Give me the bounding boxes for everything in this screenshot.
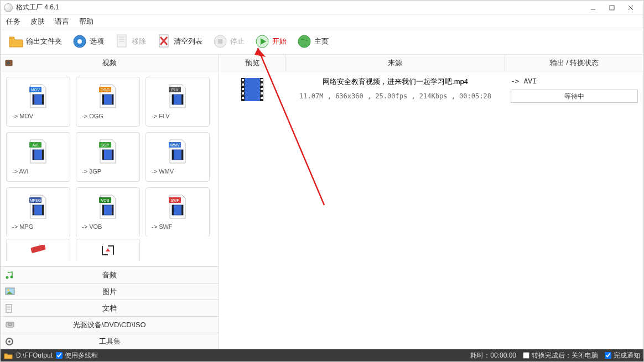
format-card-flv[interactable]: FLV-> FLV [146, 77, 210, 127]
format-label: -> AVI [7, 168, 28, 175]
notify-label: 完成通知 [614, 351, 640, 360]
gear-icon [72, 34, 87, 49]
svg-rect-71 [6, 305, 12, 312]
column-preview[interactable]: 预览 [219, 55, 285, 71]
output-path[interactable]: D:\FFOutput [16, 351, 53, 359]
format-card-partial-2[interactable] [76, 239, 140, 261]
menu-help[interactable]: 帮助 [79, 17, 94, 27]
format-card-wmv[interactable]: WMV-> WMV [146, 132, 210, 182]
format-label: -> SWF [146, 223, 173, 230]
format-card-vob[interactable]: VOB-> VOB [76, 187, 140, 237]
start-button[interactable]: 开始 [251, 32, 290, 51]
task-filename: 网络安全教育视频，进来我们一起学习吧.mp4 [323, 77, 468, 87]
format-label: -> OGG [76, 113, 103, 119]
format-card-partial-1[interactable] [6, 239, 70, 261]
category-rom-label: 光驱设备\DVD\CD\ISO [73, 320, 146, 330]
svg-rect-24 [42, 95, 44, 104]
format-card-3gp[interactable]: 3GP-> 3GP [76, 132, 140, 182]
svg-marker-66 [106, 248, 110, 251]
formats-grid: MOV-> MOVOGG-> OGGFLV-> FLVAVI-> AVI3GP-… [4, 75, 215, 237]
svg-rect-63 [172, 205, 174, 215]
clear-label: 清空列表 [174, 36, 202, 46]
stop-button[interactable]: 停止 [209, 32, 248, 51]
minimize-button[interactable] [584, 2, 603, 14]
svg-rect-58 [102, 205, 104, 215]
svg-text:SWF: SWF [170, 198, 179, 202]
task-fileinfo: 11.07M , 636x360 , 25.00fps , 214Kbps , … [299, 92, 491, 100]
format-card-mpeg[interactable]: MPEG-> MPG [6, 187, 70, 237]
svg-text:VOB: VOB [101, 198, 110, 202]
multithread-checkbox[interactable]: 使用多线程 [56, 351, 98, 360]
window-title: 格式工厂 4.6.1 [16, 3, 584, 12]
stop-icon [212, 34, 228, 49]
clear-list-button[interactable]: 清空列表 [153, 32, 206, 51]
svg-text:MPEG: MPEG [30, 198, 41, 202]
category-audio-label: 音频 [102, 270, 117, 280]
home-button[interactable]: 主页 [293, 32, 332, 51]
toolbar: 输出文件夹 选项 移除 清空列表 停止 [1, 28, 643, 55]
maximize-button[interactable] [603, 2, 621, 14]
svg-rect-33 [172, 95, 174, 104]
format-file-icon: SWF [164, 192, 191, 221]
play-icon [255, 34, 270, 49]
category-picture-tab[interactable]: 图片 [1, 283, 219, 300]
category-toolset-label: 工具集 [99, 337, 121, 347]
format-card-mov[interactable]: MOV-> MOV [6, 77, 70, 127]
remove-button[interactable]: 移除 [111, 32, 149, 51]
output-folder-label: 输出文件夹 [26, 36, 62, 46]
column-source[interactable]: 来源 [285, 55, 505, 71]
svg-rect-54 [42, 205, 44, 215]
shutdown-label: 转换完成后：关闭电脑 [532, 351, 598, 360]
window-controls [584, 2, 640, 14]
shutdown-after-checkbox[interactable]: 转换完成后：关闭电脑 [523, 351, 598, 360]
multithread-label: 使用多线程 [65, 351, 98, 360]
svg-point-78 [8, 340, 11, 343]
category-toolset-tab[interactable]: 工具集 [1, 333, 219, 349]
multithread-input[interactable] [56, 352, 63, 359]
svg-rect-64 [181, 205, 183, 215]
svg-rect-49 [181, 150, 183, 160]
image-icon [5, 287, 15, 296]
folder-icon[interactable] [4, 351, 13, 359]
disc-drive-icon [5, 321, 15, 329]
format-file-icon: FLV [164, 82, 191, 111]
elapsed-time: 耗时：00:00:00 [470, 351, 516, 360]
task-row[interactable]: 网络安全教育视频，进来我们一起学习吧.mp4 11.07M , 636x360 … [219, 71, 643, 106]
svg-rect-23 [33, 95, 34, 104]
close-button[interactable] [621, 2, 640, 14]
menubar: 任务 皮肤 语言 帮助 [1, 15, 643, 28]
shutdown-input[interactable] [523, 352, 529, 359]
svg-point-17 [298, 35, 310, 48]
svg-point-19 [7, 61, 10, 65]
clear-icon [156, 34, 172, 49]
category-audio-tab[interactable]: 音频 [1, 266, 219, 283]
format-file-icon: WMV [164, 137, 191, 166]
svg-rect-6 [117, 35, 126, 47]
notify-checkbox[interactable]: 完成通知 [605, 351, 640, 360]
options-button[interactable]: 选项 [69, 32, 107, 51]
notify-input[interactable] [605, 352, 611, 359]
format-file-icon: 3GP [95, 137, 121, 166]
menu-language[interactable]: 语言 [55, 17, 69, 27]
main-area: 视频 MOV-> MOVOGG-> OGGFLV-> FLVAVI-> AVI3… [1, 55, 643, 349]
menu-skin[interactable]: 皮肤 [30, 17, 45, 27]
svg-rect-81 [242, 79, 244, 81]
task-status: 等待中 [511, 90, 638, 103]
svg-text:3GP: 3GP [101, 143, 109, 147]
category-document-tab[interactable]: 文档 [1, 300, 219, 316]
menu-task[interactable]: 任务 [6, 17, 20, 27]
svg-rect-1 [610, 6, 614, 10]
music-note-icon [5, 271, 15, 280]
svg-rect-14 [218, 39, 222, 44]
column-output[interactable]: 输出 / 转换状态 [505, 55, 643, 71]
format-file-icon: OGG [95, 82, 121, 111]
format-card-avi[interactable]: AVI-> AVI [6, 132, 70, 182]
stop-label: 停止 [230, 36, 245, 46]
format-card-ogg[interactable]: OGG-> OGG [76, 77, 140, 127]
category-video-label: 视频 [102, 58, 117, 68]
svg-rect-44 [112, 150, 113, 160]
format-card-swf[interactable]: SWF-> SWF [146, 187, 210, 237]
category-rom-tab[interactable]: 光驱设备\DVD\CD\ISO [1, 316, 219, 333]
output-folder-button[interactable]: 输出文件夹 [5, 32, 65, 51]
category-video-tab[interactable]: 视频 [1, 55, 219, 71]
